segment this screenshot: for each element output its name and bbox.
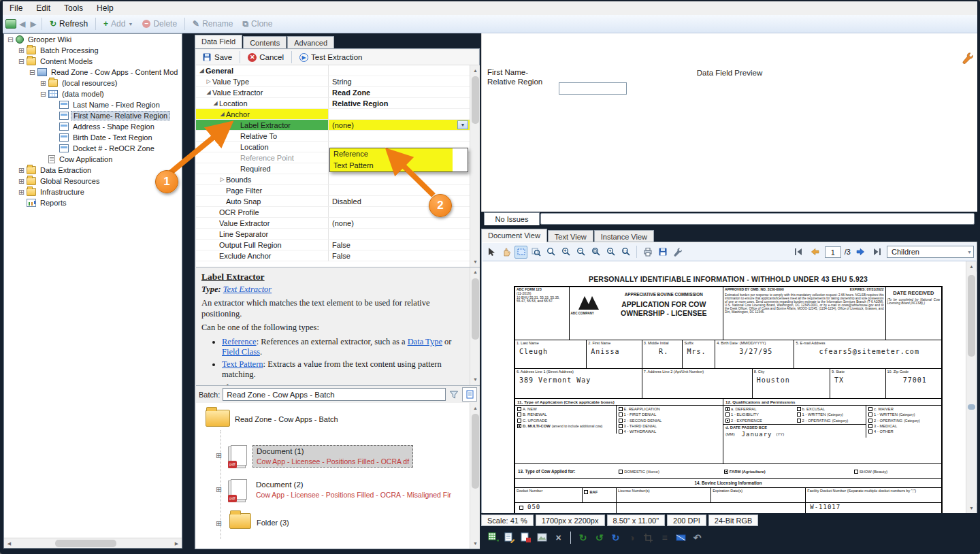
vertical-scrollbar[interactable]: ▲ ▼ (470, 65, 480, 267)
rotate-icon[interactable]: ↻ (609, 532, 622, 544)
add-button[interactable]: +Add▼ (99, 18, 137, 30)
view-batch-document-button[interactable] (462, 387, 477, 402)
tree-item-first-name[interactable]: First Name- Relative Region (4, 110, 182, 121)
expand-icon[interactable]: ⊞ (18, 178, 25, 185)
batch-document-1[interactable]: ⊞ Document (1) Cow App - Licensee - Posi… (215, 445, 413, 468)
document-canvas[interactable]: PERSONALLY IDENTIFIABLE INFORMATION - WI… (483, 261, 967, 513)
property-row-value-type[interactable]: ▷Value TypeString (196, 76, 480, 87)
batch-folder-3[interactable]: ⊞ Folder (3) (215, 513, 289, 529)
collapse-icon[interactable]: ⊟ (29, 69, 36, 76)
scrollbar-thumb[interactable] (968, 275, 975, 357)
dropdown-arrow-icon[interactable]: ▼ (457, 120, 468, 129)
property-row-output-full-region[interactable]: Output Full RegionFalse (196, 240, 480, 250)
reprocess-icon[interactable]: ↺ (593, 532, 606, 544)
tree-item-cow-application[interactable]: Cow Application (4, 154, 182, 165)
collapse-triangle-icon[interactable]: ◢ (205, 89, 212, 95)
zoom-actual-icon[interactable]: 1:1 (619, 246, 632, 259)
property-row-line-separator[interactable]: Line Separator (196, 229, 480, 240)
scrollbar-thumb[interactable] (55, 540, 116, 547)
menu-tools[interactable]: Tools (57, 2, 90, 14)
batch-name-box[interactable]: Read Zone - Cow Apps - Batch (223, 388, 446, 401)
tree-item-local-resources[interactable]: ⊞(local resources) (4, 78, 182, 88)
viewer-settings-wrench-icon[interactable] (671, 246, 684, 259)
data-type-link[interactable]: Data Type (408, 337, 442, 346)
scrollbar-thumb[interactable] (472, 278, 479, 340)
collapse-icon[interactable]: ⊟ (39, 91, 47, 98)
expand-icon[interactable]: ⊞ (39, 80, 47, 87)
tab-data-field[interactable]: Data Field (195, 35, 242, 48)
dropdown-option-text-pattern[interactable]: Text Pattern (330, 160, 453, 172)
scroll-up-icon[interactable]: ▲ (966, 261, 977, 272)
scroll-right-icon[interactable]: ▶ (172, 538, 182, 549)
scroll-up-icon[interactable]: ▲ (470, 403, 480, 413)
scroll-up-icon[interactable]: ▲ (470, 65, 480, 76)
property-row-relative-to[interactable]: Relative To (196, 131, 480, 142)
tree-item-reports[interactable]: Reports (4, 197, 182, 208)
expand-icon[interactable]: ⊞ (215, 452, 223, 459)
property-row-exclude-anchor[interactable]: Exclude AnchorFalse (196, 250, 480, 261)
undo-icon[interactable]: ↶ (691, 532, 704, 544)
zoom-region-icon[interactable] (589, 246, 602, 259)
type-link[interactable]: Text Extractor (223, 284, 272, 294)
tree-item-last-name[interactable]: Last Name - Fixed Region (4, 99, 182, 110)
delete-button[interactable]: −Delete (138, 18, 181, 30)
vertical-scrollbar[interactable]: ▲ ▼ (966, 261, 976, 513)
expand-triangle-icon[interactable]: ▷ (218, 176, 226, 182)
redact-icon[interactable] (674, 532, 687, 544)
scroll-up-icon[interactable]: ▲ (470, 267, 480, 278)
nav-back-icon[interactable]: ◀ (18, 20, 27, 29)
scroll-down-icon[interactable]: ▼ (966, 503, 977, 513)
collapse-triangle-icon[interactable]: ◢ (198, 67, 206, 74)
batch-root-item[interactable]: Read Zone - Cow Apps - Batch (206, 410, 338, 427)
preview-magnifier-icon[interactable] (544, 246, 557, 259)
tree-item-address[interactable]: Address - Shape Region (4, 121, 182, 132)
first-name-field-input[interactable] (559, 82, 627, 95)
tree-item-infrastructure[interactable]: ⊞Infrastructure (4, 186, 182, 197)
zoom-out-icon[interactable]: − (574, 246, 587, 259)
tree-item-data-model[interactable]: ⊟(data model) (4, 88, 182, 99)
tab-document-view[interactable]: Document View (481, 229, 547, 242)
property-row-value-extractor[interactable]: ◢Value ExtractorRead Zone (196, 87, 480, 98)
next-page-icon[interactable] (854, 246, 867, 259)
collapse-triangle-icon[interactable]: ◢ (218, 111, 226, 117)
ocr-text-icon[interactable]: ≡ (658, 532, 671, 544)
pointer-icon[interactable] (485, 246, 497, 259)
property-row-bounds[interactable]: ▷Bounds (196, 174, 480, 185)
reference-link[interactable]: Reference (222, 337, 257, 346)
scroll-down-icon[interactable]: ▼ (470, 257, 480, 267)
zoom-in-icon[interactable]: + (559, 246, 572, 259)
tab-advanced[interactable]: Advanced (287, 36, 334, 48)
refresh-button[interactable]: ↻Refresh (46, 18, 92, 30)
vertical-scrollbar[interactable]: ▲ ▼ (470, 403, 480, 549)
first-page-icon[interactable] (792, 246, 805, 259)
scrollbar-thumb[interactable] (472, 76, 479, 124)
collapse-triangle-icon[interactable]: ◢ (212, 100, 219, 106)
expand-icon[interactable]: ⊞ (18, 47, 25, 54)
property-row-general[interactable]: ◢General (196, 65, 480, 76)
selected-document-block[interactable]: Document (1) Cow App - Licensee - Positi… (252, 445, 413, 468)
grooper-home-icon[interactable] (5, 19, 16, 29)
tree-item-birth-date[interactable]: Birth Date - Text Region (4, 132, 182, 143)
horizontal-scrollbar[interactable]: ◀▶ (4, 538, 182, 548)
expand-icon[interactable]: ⊞ (18, 167, 25, 174)
tab-text-view[interactable]: Text View (548, 230, 593, 242)
page-number-input[interactable]: 1 (825, 246, 841, 258)
menu-help[interactable]: Help (90, 2, 120, 14)
collapse-icon[interactable]: ⊟ (7, 36, 14, 44)
tree-item-docket[interactable]: Docket # - ReOCR Zone (4, 143, 182, 154)
export-save-icon[interactable] (656, 246, 669, 259)
scroll-down-icon[interactable]: ▼ (470, 375, 480, 385)
split-document-icon[interactable] (519, 532, 532, 544)
region-select-icon[interactable] (514, 246, 527, 259)
no-issues-tab[interactable]: No Issues (484, 212, 540, 225)
property-row-location[interactable]: ◢LocationRelative Region (196, 98, 480, 109)
save-button[interactable]: Save (199, 51, 235, 63)
property-row-value-extractor-2[interactable]: Value Extractor(none) (196, 218, 480, 229)
previous-page-icon[interactable] (808, 246, 821, 259)
collapse-icon[interactable]: ⊟ (18, 58, 25, 65)
zoom-fit-icon[interactable] (604, 246, 617, 259)
batch-document-2[interactable]: ⊞ Document (2) Cow App - Licensee - Posi… (215, 479, 455, 502)
scroll-down-icon[interactable]: ▼ (470, 538, 480, 549)
tree-item-content-model[interactable]: ⊟Read Zone - Cow Apps - Content Mod (4, 67, 182, 78)
expand-icon[interactable]: ⊞ (215, 486, 223, 493)
